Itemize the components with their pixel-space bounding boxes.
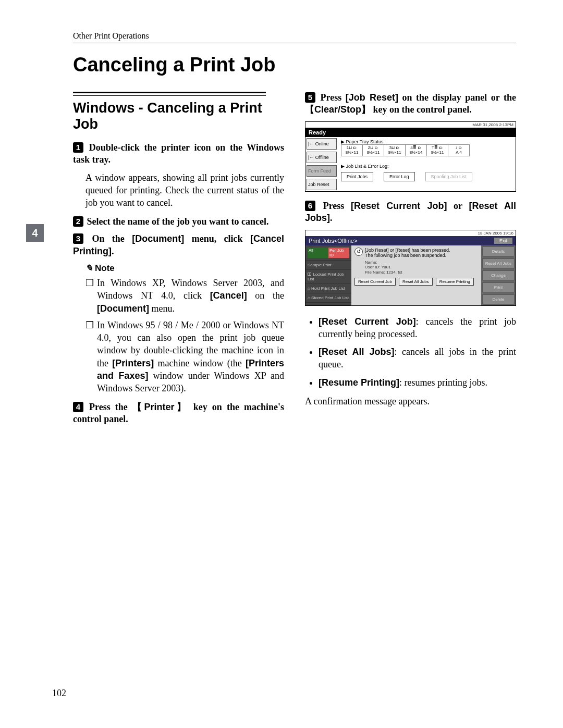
page-number: 102 [52, 688, 66, 699]
step-3-mid: menu, click [184, 233, 250, 244]
mock1-online-button: |← Online [307, 138, 337, 150]
note-b-printers: [Printers] [112, 358, 154, 368]
mock1-formfeed-button: Form Feed [307, 165, 337, 177]
b3-text: : resumes printing jobs. [399, 377, 487, 388]
bullet-resume: [Resume Printing]: resumes printing jobs… [319, 376, 516, 389]
mock2-msg1: [Job Reset] or [Reset] has been pressed. [365, 248, 450, 253]
step-1-body: A window appears, showing all print jobs… [85, 171, 284, 209]
step-4: 4 Press the 【Printer】 key on the machine… [73, 401, 284, 426]
printer-display-screenshot: MAR 31,2006 2:13PM Ready |← Online |← Of… [305, 121, 516, 192]
note-item-a: In Windows XP, Windows Server 2003, and … [85, 277, 284, 315]
step-badge-6: 6 [305, 201, 315, 211]
mock2-right-resetall: Reset All Jobs [482, 258, 515, 268]
mock2-right-change: Change [482, 270, 515, 280]
b1-lead: [Reset Current Job] [319, 316, 416, 327]
step-6-rcj: [Reset Current Job] [351, 201, 447, 211]
step-6-post: . [330, 213, 333, 223]
b3-lead: [Resume Printing] [319, 377, 399, 388]
mock2-exit-button: Exit [494, 238, 512, 244]
mock2-right-details: Details [482, 246, 515, 256]
step-2-text: Select the name of the job you want to c… [87, 216, 269, 227]
mock1-tray: T≣ ⫐8½×11 [427, 145, 448, 156]
step-badge-3: 3 [73, 233, 83, 244]
mock1-joblist-label: Job List & Error Log: [341, 164, 512, 169]
mock2-item-locked: ⚿ Locked Print Job List [305, 270, 351, 284]
step-5-jobreset: [Job Reset] [346, 92, 398, 103]
mock2-tab-perjob: Per Job ID [328, 248, 349, 258]
step-2: 2 Select the name of the job you want to… [73, 216, 284, 228]
step-6-pre: Press [323, 201, 351, 211]
rule-section [73, 92, 266, 96]
mock2-resume-button: Resume Printing [436, 278, 474, 286]
step-5-pre: Press [321, 92, 346, 103]
mock2-tab-all: All [308, 248, 328, 258]
mock2-msg2: The following job has been suspended. [365, 253, 450, 258]
step-5-post: key on the control panel. [371, 104, 472, 115]
chapter-tab: 4 [26, 224, 44, 242]
step-3: 3 On the [Document] menu, click [Cancel … [73, 233, 284, 257]
mock2-title: Print Jobs<Offline> [309, 238, 357, 244]
mock2-item-hold: ⌂ Hold Print Job List [305, 284, 351, 293]
step-4-key: 【Printer】 [132, 402, 189, 412]
mock1-errorlog-button: Error Log [384, 172, 415, 181]
step-badge-4: 4 [73, 402, 83, 412]
step-4-pre: Press the [89, 402, 132, 412]
step-5-mid: on the display panel or the [398, 92, 516, 103]
bullet-reset-current: [Reset Current Job]: cancels the print j… [319, 315, 516, 341]
running-head: Other Print Operations [73, 31, 516, 41]
step-1-text: Double-click the printer icon on the Win… [73, 142, 284, 165]
step-3-pre: On the [92, 233, 132, 244]
mock2-right-delete: Delete [482, 294, 515, 304]
note-a-mid: on the [247, 290, 284, 301]
mock2-reset-all-button: Reset All Jobs [399, 278, 433, 286]
mock2-item-sample: Sample Print [305, 261, 351, 270]
step-3-doc: [Document] [132, 233, 184, 244]
step-badge-2: 2 [73, 216, 83, 227]
step-badge-1: 1 [73, 142, 83, 153]
mock1-tray-label: Paper Tray Status: [341, 139, 385, 144]
step-1: 1 Double-click the printer icon on the W… [73, 142, 284, 166]
step-6: 6 Press [Reset Current Job] or [Reset Al… [305, 200, 516, 225]
mock2-reset-current-button: Reset Current Job [354, 278, 396, 286]
mock1-date: MAR 31,2006 2:13PM [305, 122, 516, 128]
mock1-offline-button: |← Offline [307, 152, 337, 163]
info-icon: ↺ [354, 248, 363, 256]
note-a-doc: [Document] [97, 303, 149, 314]
mock1-tray: 3⊔ ⫐8½×11 [384, 145, 406, 156]
mock1-ready: Ready [305, 128, 516, 137]
mock2-det-file: File Name: 1234. txt [365, 270, 478, 275]
mock2-item-stored: ⌂ Stored Print Job List [305, 293, 351, 303]
mock1-tray: 2⊔ ⫐8½×11 [363, 145, 384, 156]
mock2-date: 18 JAN 2006 19:16 [305, 230, 516, 236]
step-5-key: 【Clear/Stop】 [305, 104, 371, 115]
mock2-det-name: Name: [365, 260, 478, 265]
note-item-b: In Windows 95 / 98 / Me / 2000 or Window… [85, 319, 284, 395]
note-a-cancel: [Cancel] [210, 290, 247, 301]
reset-dialog-screenshot: 18 JAN 2006 19:16 Print Jobs<Offline> Ex… [305, 230, 516, 306]
note-heading: Note [85, 263, 284, 274]
note-b-mid: machine window (the [154, 358, 246, 368]
mock1-tray: ↓ ⫐A 4 [448, 145, 469, 156]
section-heading: Windows - Canceling a Print Job [73, 100, 284, 132]
mock2-right-print: Print [482, 282, 515, 292]
bullet-reset-all: [Reset All Jobs]: cancels all jobs in th… [319, 346, 516, 371]
mock1-tray: 4≣ ⫐8½×14 [406, 145, 427, 156]
mock1-printjobs-button: Print Jobs [341, 172, 373, 181]
note-a-post: menu. [149, 303, 175, 314]
step-5: 5 Press [Job Reset] on the display panel… [305, 92, 516, 116]
page-title: Canceling a Print Job [73, 54, 516, 76]
mock1-jobreset-button: Job Reset [307, 179, 337, 190]
b2-lead: [Reset All Jobs] [319, 347, 395, 357]
mock1-spooling-button: Spooling Job List [425, 172, 473, 181]
confirm-msg: A confirmation message appears. [305, 395, 516, 408]
mock1-tray: 1⊔ ⫐8½×11 [341, 145, 363, 156]
step-badge-5: 5 [305, 92, 315, 103]
mock1-trays: 1⊔ ⫐8½×112⊔ ⫐8½×113⊔ ⫐8½×114≣ ⫐8½×14T≣ ⫐… [341, 144, 470, 157]
mock2-det-user: User ID: Yuu1 [365, 265, 478, 270]
step-3-post: . [112, 246, 114, 256]
step-6-mid: or [447, 201, 469, 211]
rule-top [73, 43, 516, 43]
